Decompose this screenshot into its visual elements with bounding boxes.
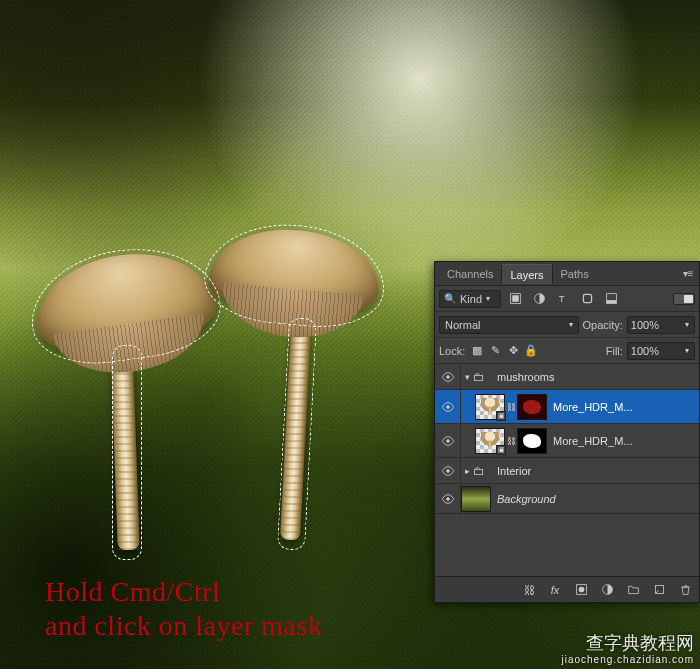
delete-layer-icon[interactable] bbox=[677, 582, 693, 598]
new-group-icon[interactable] bbox=[625, 582, 641, 598]
visibility-toggle[interactable] bbox=[435, 424, 461, 457]
panel-menu-icon[interactable]: ▾≡ bbox=[681, 268, 695, 279]
svg-rect-1 bbox=[512, 295, 519, 302]
opacity-label: Opacity: bbox=[583, 319, 623, 331]
layers-panel: Channels Layers Paths ▾≡ 🔍 Kind ▾ T Norm… bbox=[434, 261, 700, 603]
mushroom-right bbox=[210, 230, 380, 315]
filter-row: 🔍 Kind ▾ T bbox=[435, 286, 699, 312]
layers-bottom-bar: ⛓ fx bbox=[435, 576, 699, 602]
chevron-down-icon: ▾ bbox=[569, 320, 573, 329]
layer-mask-thumbnail[interactable] bbox=[517, 394, 547, 420]
tab-layers[interactable]: Layers bbox=[501, 264, 552, 284]
smart-object-badge: ▣ bbox=[496, 411, 506, 421]
opacity-value: 100% bbox=[631, 319, 661, 331]
layer-group-interior[interactable]: ▸ 🗀 Interior bbox=[435, 458, 699, 484]
lock-position-icon[interactable]: ✥ bbox=[505, 343, 521, 359]
svg-rect-6 bbox=[606, 300, 616, 303]
visibility-toggle[interactable] bbox=[435, 390, 461, 423]
caption-line: and click on layer mask bbox=[45, 609, 322, 643]
filter-pixel-icon[interactable] bbox=[505, 290, 525, 308]
disclosure-triangle[interactable]: ▸ bbox=[461, 466, 473, 476]
blend-mode-select[interactable]: Normal ▾ bbox=[439, 316, 579, 334]
layer-thumbnail[interactable] bbox=[461, 486, 491, 512]
filter-toggle[interactable] bbox=[673, 293, 695, 305]
instruction-caption: Hold Cmd/Ctrl and click on layer mask bbox=[45, 575, 322, 642]
smart-object-badge: ▣ bbox=[496, 445, 506, 455]
blend-mode-value: Normal bbox=[445, 319, 480, 331]
folder-icon: 🗀 bbox=[473, 370, 489, 384]
filter-shape-icon[interactable] bbox=[577, 290, 597, 308]
fill-value: 100% bbox=[631, 345, 661, 357]
svg-point-11 bbox=[446, 497, 450, 501]
lock-row: Lock: ▩ ✎ ✥ 🔒 Fill: 100% ▾ bbox=[435, 338, 699, 364]
folder-icon: 🗀 bbox=[473, 464, 489, 478]
layer-background[interactable]: Background bbox=[435, 484, 699, 514]
layer-mask-thumbnail[interactable] bbox=[517, 428, 547, 454]
layer-name[interactable]: Interior bbox=[497, 465, 695, 477]
watermark-sub: jiaocheng.chazidian.com bbox=[561, 654, 694, 665]
new-layer-icon[interactable] bbox=[651, 582, 667, 598]
svg-rect-4 bbox=[583, 294, 591, 302]
visibility-toggle[interactable] bbox=[435, 364, 461, 389]
filter-kind-label: Kind bbox=[460, 293, 482, 305]
layer-row[interactable]: ▣ ⛓ More_HDR_M... bbox=[435, 390, 699, 424]
mask-link-icon[interactable]: ⛓ bbox=[505, 436, 517, 446]
watermark-main: 查字典教程网 bbox=[586, 633, 694, 653]
search-icon: 🔍 bbox=[444, 293, 456, 304]
layer-thumbnail[interactable]: ▣ bbox=[475, 428, 505, 454]
chevron-down-icon: ▾ bbox=[661, 346, 691, 355]
filter-adjust-icon[interactable] bbox=[529, 290, 549, 308]
fx-icon[interactable]: fx bbox=[547, 582, 563, 598]
lock-all-icon[interactable]: 🔒 bbox=[523, 343, 539, 359]
layer-name[interactable]: mushrooms bbox=[497, 371, 695, 383]
filter-smart-icon[interactable] bbox=[601, 290, 621, 308]
tab-channels[interactable]: Channels bbox=[439, 264, 501, 283]
layer-name[interactable]: More_HDR_M... bbox=[553, 435, 695, 447]
lock-transparency-icon[interactable]: ▩ bbox=[469, 343, 485, 359]
layer-name[interactable]: More_HDR_M... bbox=[553, 401, 695, 413]
svg-point-13 bbox=[578, 587, 584, 593]
lock-pixels-icon[interactable]: ✎ bbox=[487, 343, 503, 359]
opacity-field[interactable]: 100% ▾ bbox=[627, 316, 695, 334]
adjustment-layer-icon[interactable] bbox=[599, 582, 615, 598]
add-mask-icon[interactable] bbox=[573, 582, 589, 598]
tab-paths[interactable]: Paths bbox=[553, 264, 597, 283]
disclosure-triangle[interactable]: ▾ bbox=[461, 372, 473, 382]
link-layers-icon[interactable]: ⛓ bbox=[521, 582, 537, 598]
fill-field[interactable]: 100% ▾ bbox=[627, 342, 695, 360]
svg-point-8 bbox=[446, 405, 450, 409]
chevron-down-icon: ▾ bbox=[661, 320, 691, 329]
layer-row[interactable]: ▣ ⛓ More_HDR_M... bbox=[435, 424, 699, 458]
watermark: 查字典教程网 jiaocheng.chazidian.com bbox=[561, 634, 694, 665]
layers-list: ▾ 🗀 mushrooms ▣ ⛓ More_HDR_M... bbox=[435, 364, 699, 576]
mask-link-icon[interactable]: ⛓ bbox=[505, 402, 517, 412]
layer-group-mushrooms[interactable]: ▾ 🗀 mushrooms bbox=[435, 364, 699, 390]
fill-label: Fill: bbox=[606, 345, 623, 357]
svg-text:T: T bbox=[558, 293, 564, 304]
blend-row: Normal ▾ Opacity: 100% ▾ bbox=[435, 312, 699, 338]
lock-label: Lock: bbox=[439, 345, 465, 357]
layer-thumbnail[interactable]: ▣ bbox=[475, 394, 505, 420]
chevron-down-icon: ▾ bbox=[486, 294, 490, 303]
caption-line: Hold Cmd/Ctrl bbox=[45, 575, 322, 609]
panel-tabs: Channels Layers Paths ▾≡ bbox=[435, 262, 699, 286]
svg-point-10 bbox=[446, 469, 450, 473]
visibility-toggle[interactable] bbox=[435, 458, 461, 483]
canvas: Hold Cmd/Ctrl and click on layer mask 查字… bbox=[0, 0, 700, 669]
layer-name[interactable]: Background bbox=[497, 493, 695, 505]
filter-kind-select[interactable]: 🔍 Kind ▾ bbox=[439, 290, 501, 308]
svg-point-9 bbox=[446, 439, 450, 443]
svg-point-7 bbox=[446, 375, 450, 379]
visibility-toggle[interactable] bbox=[435, 484, 461, 513]
mushroom-left bbox=[35, 255, 215, 350]
filter-type-icon[interactable]: T bbox=[553, 290, 573, 308]
